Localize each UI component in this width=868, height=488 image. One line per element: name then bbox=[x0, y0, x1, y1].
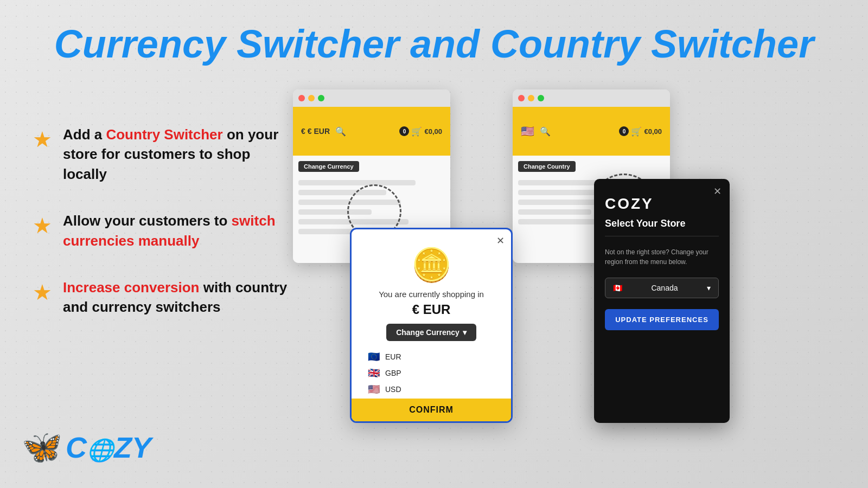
window-minimize-dot bbox=[308, 95, 315, 101]
gbp-flag-icon: 🇬🇧 bbox=[368, 367, 380, 379]
feature-item-2: ★ Allow your customers to switch currenc… bbox=[33, 211, 293, 251]
title-text: Currency Switcher and bbox=[54, 22, 480, 66]
features-panel: ★ Add a Country Switcher on your store f… bbox=[33, 125, 293, 344]
currency-modal: ✕ 🪙 You are currently shopping in € EUR … bbox=[350, 228, 513, 423]
euro-icon: € bbox=[301, 127, 305, 136]
logo: 🦋 C🌐ZY bbox=[22, 428, 151, 466]
cart-icon-right: 🛒 bbox=[631, 126, 642, 137]
cart-badge-right: 0 bbox=[619, 126, 629, 136]
country-selector[interactable]: 🇨🇦 Canada ▾ bbox=[605, 278, 719, 298]
window-close-dot-right bbox=[518, 95, 525, 101]
star-icon-2: ★ bbox=[33, 213, 52, 238]
star-icon-3: ★ bbox=[33, 280, 52, 305]
store-modal-divider bbox=[605, 236, 719, 236]
browser-header-right: 🇺🇸 🔍 0 🛒 €0,00 bbox=[513, 107, 670, 156]
selected-country: Canada bbox=[651, 284, 678, 292]
feature-highlight-1: Country Switcher bbox=[106, 126, 222, 143]
usd-code: USD bbox=[385, 385, 401, 394]
cart-area-right: 0 🛒 €0,00 bbox=[619, 126, 662, 137]
content-line-1 bbox=[298, 180, 416, 185]
star-icon-1: ★ bbox=[33, 127, 52, 152]
feature-text-1: Add a Country Switcher on your store for… bbox=[63, 125, 293, 184]
cart-area-left: 0 🛒 €0,00 bbox=[399, 126, 442, 137]
search-icon[interactable]: 🔍 bbox=[335, 126, 346, 137]
gbp-code: GBP bbox=[385, 369, 401, 377]
feature-item-3: ★ Increase conversion with country and c… bbox=[33, 278, 293, 317]
currency-eur[interactable]: 🇪🇺 EUR bbox=[368, 349, 495, 365]
change-currency-label: Change Currency bbox=[396, 328, 459, 337]
browser-header-left: € € EUR 🔍 0 🛒 €0,00 bbox=[293, 107, 450, 156]
window-close-dot bbox=[298, 95, 305, 101]
store-modal-description: Not on the right store? Change your regi… bbox=[605, 247, 719, 267]
modal-footer: CONFIRM bbox=[352, 399, 511, 421]
usd-flag-icon: 🇺🇸 bbox=[368, 383, 380, 395]
title-text-2: Country Switcher bbox=[480, 22, 814, 66]
logo-globe-icon: 🌐 bbox=[87, 438, 114, 462]
logo-bird-icon: 🦋 bbox=[22, 428, 62, 466]
page-title: Currency Switcher and Country Switcher bbox=[0, 0, 868, 66]
currency-gbp[interactable]: 🇬🇧 GBP bbox=[368, 365, 495, 381]
us-flag-icon: 🇺🇸 bbox=[521, 125, 534, 138]
cart-badge: 0 bbox=[399, 126, 409, 136]
store-modal-title: Select Your Store bbox=[605, 218, 719, 229]
store-modal-logo: COZY bbox=[605, 195, 719, 213]
current-currency: € EUR bbox=[352, 302, 511, 317]
window-maximize-dot bbox=[318, 95, 324, 101]
dropdown-arrow-icon: ▾ bbox=[463, 328, 467, 337]
logo-text: C🌐ZY bbox=[66, 431, 151, 464]
eur-code: EUR bbox=[385, 352, 401, 361]
cart-price: €0,00 bbox=[424, 127, 442, 136]
currency-badge: € € EUR bbox=[301, 127, 330, 136]
feature-text-3: Increase conversion with country and cur… bbox=[63, 278, 293, 317]
browser-titlebar-left bbox=[293, 89, 450, 107]
logo-zy: ZY bbox=[114, 431, 151, 464]
browser-titlebar-right bbox=[513, 89, 670, 107]
logo-co: C bbox=[66, 431, 87, 464]
eur-flag-icon: 🇪🇺 bbox=[368, 351, 380, 363]
store-modal-close-icon[interactable]: ✕ bbox=[713, 185, 722, 197]
feature-highlight-3: Increase conversion bbox=[63, 279, 199, 296]
search-icon-right[interactable]: 🔍 bbox=[540, 126, 551, 137]
cart-price-right: €0,00 bbox=[644, 127, 662, 136]
cart-icon: 🛒 bbox=[411, 126, 422, 137]
confirm-button[interactable]: CONFIRM bbox=[409, 405, 454, 415]
canada-flag-icon: 🇨🇦 bbox=[613, 284, 622, 292]
feature-highlight-2: switch currencies manually bbox=[63, 213, 276, 248]
modal-close-icon[interactable]: ✕ bbox=[496, 235, 505, 247]
window-minimize-dot-right bbox=[528, 95, 534, 101]
currency-usd[interactable]: 🇺🇸 USD bbox=[368, 381, 495, 397]
store-modal: ✕ COZY Select Your Store Not on the righ… bbox=[594, 179, 730, 423]
feature-text-2: Allow your customers to switch currencie… bbox=[63, 211, 293, 251]
content-line-r4 bbox=[518, 209, 591, 215]
currency-label: € EUR bbox=[308, 127, 330, 136]
coin-icon: 🪙 bbox=[352, 229, 511, 284]
change-currency-button-left[interactable]: Change Currency bbox=[298, 161, 359, 172]
selector-arrow-icon: ▾ bbox=[707, 284, 711, 292]
window-maximize-dot-right bbox=[538, 95, 544, 101]
feature-item-1: ★ Add a Country Switcher on your store f… bbox=[33, 125, 293, 184]
change-currency-dropdown-btn[interactable]: Change Currency ▾ bbox=[386, 324, 476, 341]
change-country-button[interactable]: Change Country bbox=[518, 161, 576, 172]
update-preferences-button[interactable]: UPDATE PREFERENCES bbox=[605, 309, 719, 330]
shopping-text: You are currently shopping in bbox=[352, 290, 511, 299]
